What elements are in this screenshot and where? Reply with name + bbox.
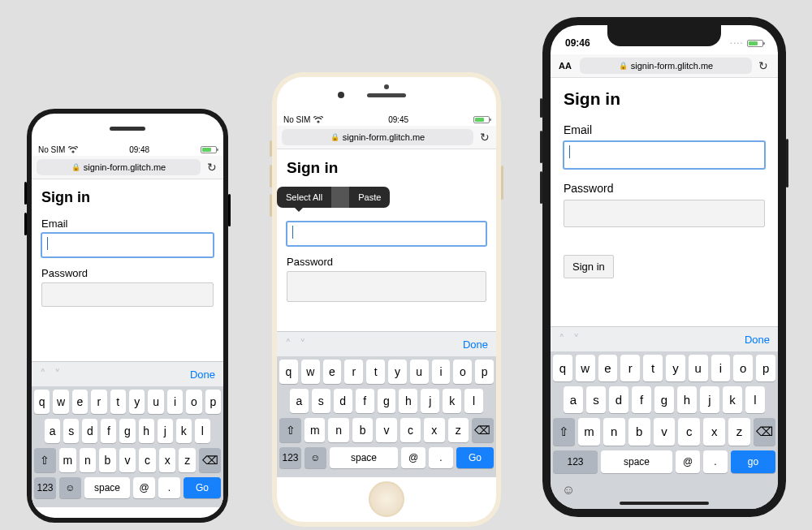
key-k[interactable]: k bbox=[176, 419, 192, 443]
key-i[interactable]: i bbox=[167, 390, 183, 414]
reload-icon[interactable]: ↻ bbox=[757, 59, 770, 72]
key-p[interactable]: p bbox=[756, 355, 775, 381]
key-f[interactable]: f bbox=[356, 389, 374, 413]
at-key[interactable]: @ bbox=[133, 477, 155, 498]
key-w[interactable]: w bbox=[53, 390, 68, 414]
key-d[interactable]: d bbox=[609, 386, 628, 413]
signin-button[interactable]: Sign in bbox=[564, 255, 614, 278]
key-g[interactable]: g bbox=[378, 389, 396, 413]
key-x[interactable]: x bbox=[703, 418, 725, 446]
key-s[interactable]: s bbox=[63, 419, 79, 443]
key-m[interactable]: m bbox=[578, 418, 600, 446]
key-m[interactable]: m bbox=[59, 448, 76, 472]
emoji-key[interactable]: ☺ bbox=[304, 447, 326, 468]
url-field[interactable]: 🔒 signin-form.glitch.me bbox=[282, 129, 473, 145]
space-key[interactable]: space bbox=[84, 477, 130, 498]
key-s[interactable]: s bbox=[312, 389, 330, 413]
home-button[interactable] bbox=[369, 481, 404, 517]
key-s[interactable]: s bbox=[586, 386, 606, 413]
next-field-icon[interactable]: ˅ bbox=[54, 367, 61, 381]
number-mode-key[interactable]: 123 bbox=[34, 477, 56, 498]
key-t[interactable]: t bbox=[110, 390, 126, 414]
next-field-icon[interactable]: ˅ bbox=[573, 332, 580, 347]
key-l[interactable]: l bbox=[195, 419, 210, 443]
dot-key[interactable]: . bbox=[703, 450, 728, 473]
key-l[interactable]: l bbox=[745, 386, 765, 413]
key-o[interactable]: o bbox=[186, 390, 201, 414]
key-c[interactable]: c bbox=[400, 418, 421, 442]
keyboard-done-button[interactable]: Done bbox=[190, 368, 215, 381]
key-y[interactable]: y bbox=[388, 360, 407, 384]
key-a[interactable]: a bbox=[45, 419, 60, 443]
email-field[interactable] bbox=[564, 141, 765, 169]
key-h[interactable]: h bbox=[399, 389, 417, 413]
key-o[interactable]: o bbox=[453, 360, 472, 384]
space-key[interactable]: space bbox=[330, 447, 398, 468]
at-key[interactable]: @ bbox=[401, 447, 425, 468]
url-field[interactable]: 🔒 signin-form.glitch.me bbox=[37, 159, 201, 175]
key-c[interactable]: c bbox=[139, 448, 156, 472]
key-r[interactable]: r bbox=[91, 390, 106, 414]
dot-key[interactable]: . bbox=[429, 447, 453, 468]
context-paste[interactable]: Paste bbox=[349, 187, 390, 208]
key-n[interactable]: n bbox=[603, 418, 625, 446]
key-q[interactable]: q bbox=[34, 390, 50, 414]
key-j[interactable]: j bbox=[700, 386, 719, 413]
key-b[interactable]: b bbox=[352, 418, 373, 442]
reload-icon[interactable]: ↻ bbox=[478, 131, 491, 144]
key-e[interactable]: e bbox=[598, 355, 618, 381]
text-size-button[interactable]: AA bbox=[559, 61, 575, 71]
key-h[interactable]: h bbox=[139, 419, 154, 443]
key-w[interactable]: w bbox=[576, 355, 595, 381]
key-a[interactable]: a bbox=[564, 386, 583, 413]
number-mode-key[interactable]: 123 bbox=[553, 450, 598, 473]
prev-field-icon[interactable]: ˄ bbox=[559, 332, 565, 347]
email-field[interactable] bbox=[287, 222, 486, 246]
key-i[interactable]: i bbox=[711, 355, 731, 381]
key-y[interactable]: y bbox=[666, 355, 685, 381]
key-n[interactable]: n bbox=[328, 418, 348, 442]
key-n[interactable]: n bbox=[80, 448, 97, 472]
key-x[interactable]: x bbox=[159, 448, 176, 472]
key-u[interactable]: u bbox=[148, 390, 163, 414]
key-u[interactable]: u bbox=[410, 360, 429, 384]
password-field[interactable] bbox=[41, 282, 214, 307]
key-g[interactable]: g bbox=[119, 419, 135, 443]
key-q[interactable]: q bbox=[553, 355, 572, 381]
password-field[interactable] bbox=[287, 271, 486, 302]
emoji-key[interactable]: ☺ bbox=[59, 477, 81, 498]
key-r[interactable]: r bbox=[620, 355, 640, 381]
key-h[interactable]: h bbox=[677, 386, 697, 413]
key-j[interactable]: j bbox=[158, 419, 173, 443]
number-mode-key[interactable]: 123 bbox=[279, 447, 301, 468]
backspace-key[interactable]: ⌫ bbox=[472, 418, 494, 442]
key-r[interactable]: r bbox=[344, 360, 363, 384]
key-x[interactable]: x bbox=[424, 418, 444, 442]
backspace-key[interactable]: ⌫ bbox=[199, 448, 221, 472]
prev-field-icon[interactable]: ˄ bbox=[40, 367, 46, 381]
key-f[interactable]: f bbox=[101, 419, 116, 443]
key-j[interactable]: j bbox=[421, 389, 439, 413]
space-key[interactable]: space bbox=[601, 450, 672, 473]
key-v[interactable]: v bbox=[654, 418, 676, 446]
go-key[interactable]: go bbox=[731, 450, 775, 473]
key-b[interactable]: b bbox=[628, 418, 650, 446]
key-p[interactable]: p bbox=[475, 360, 494, 384]
context-select-all[interactable]: Select All bbox=[277, 187, 331, 208]
key-k[interactable]: k bbox=[443, 389, 461, 413]
key-v[interactable]: v bbox=[119, 448, 136, 472]
key-q[interactable]: q bbox=[279, 360, 298, 384]
key-t[interactable]: t bbox=[643, 355, 663, 381]
key-o[interactable]: o bbox=[733, 355, 753, 381]
go-key[interactable]: Go bbox=[184, 477, 221, 498]
key-v[interactable]: v bbox=[376, 418, 396, 442]
key-p[interactable]: p bbox=[205, 390, 221, 414]
key-c[interactable]: c bbox=[678, 418, 700, 446]
key-b[interactable]: b bbox=[99, 448, 116, 472]
shift-key[interactable]: ⇧ bbox=[279, 418, 301, 442]
key-y[interactable]: y bbox=[129, 390, 145, 414]
key-f[interactable]: f bbox=[632, 386, 651, 413]
keyboard-done-button[interactable]: Done bbox=[463, 338, 488, 351]
key-k[interactable]: k bbox=[723, 386, 742, 413]
reload-icon[interactable]: ↻ bbox=[205, 161, 218, 174]
